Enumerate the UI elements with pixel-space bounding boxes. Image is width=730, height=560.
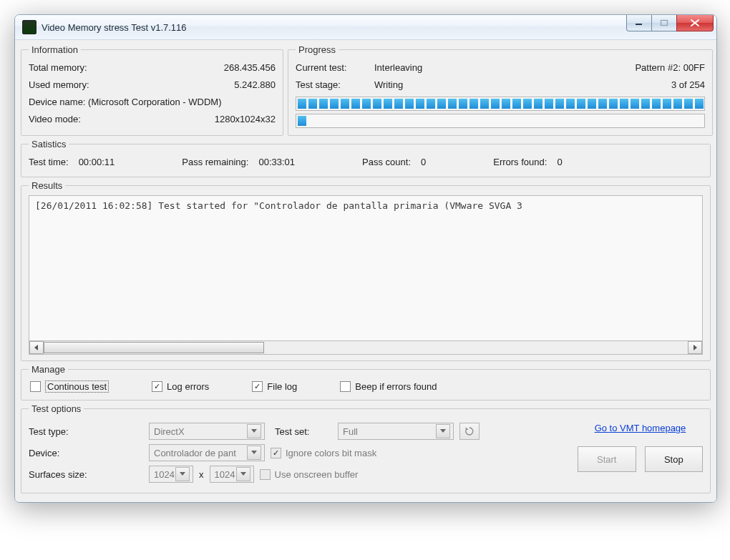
scroll-right-icon[interactable] bbox=[688, 341, 702, 354]
device-value: Controlador de pant bbox=[154, 448, 236, 458]
device-name-label: Device name: bbox=[29, 97, 85, 107]
information-legend: Information bbox=[29, 44, 81, 55]
surface-width-dropdown[interactable]: 1024 bbox=[149, 466, 193, 483]
pass-remaining-label: Pass remaining: bbox=[182, 154, 248, 171]
homepage-link[interactable]: Go to VMT homepage bbox=[595, 423, 686, 433]
chevron-down-icon bbox=[247, 424, 261, 438]
test-set-label: Test set: bbox=[275, 426, 332, 437]
minimize-button[interactable] bbox=[626, 15, 652, 31]
statistics-group: Satistics Test time:00:00:11 Pass remain… bbox=[21, 139, 711, 177]
progress-bar-secondary bbox=[296, 114, 705, 128]
used-memory-value: 5.242.880 bbox=[234, 77, 276, 94]
close-button[interactable] bbox=[676, 15, 714, 31]
title-bar[interactable]: Video Memory stress Test v1.7.116 bbox=[15, 15, 716, 40]
test-stage-value: Writing bbox=[374, 77, 496, 94]
test-stage-label: Test stage: bbox=[296, 77, 374, 94]
results-scrollbar[interactable] bbox=[29, 341, 703, 355]
used-memory-label: Used memory: bbox=[29, 77, 89, 94]
log-errors-label: Log errors bbox=[167, 381, 209, 392]
chevron-down-icon bbox=[236, 467, 250, 481]
progress-group: Progress Current test: Interleaving Patt… bbox=[288, 44, 713, 136]
device-label: Device: bbox=[29, 448, 143, 458]
pattern-value: Pattern #2: 00FF bbox=[496, 59, 705, 77]
current-test-value: Interleaving bbox=[374, 59, 496, 77]
pass-remaining-value: 00:33:01 bbox=[258, 154, 295, 171]
test-options-legend: Test options bbox=[29, 403, 84, 414]
total-memory-label: Total memory: bbox=[29, 59, 87, 77]
chevron-down-icon bbox=[175, 467, 190, 481]
ignore-mask-label: Ignore colors bit mask bbox=[286, 448, 376, 458]
scroll-left-icon[interactable] bbox=[29, 341, 44, 354]
beep-label: Beep if errors found bbox=[355, 381, 437, 392]
pass-count-label: Pass count: bbox=[362, 154, 411, 171]
device-name-value: (Microsoft Corporation - WDDM) bbox=[88, 97, 221, 107]
scroll-thumb[interactable] bbox=[44, 342, 264, 353]
stop-button[interactable]: Stop bbox=[645, 446, 704, 472]
scroll-track[interactable] bbox=[44, 342, 688, 353]
window-title: Video Memory stress Test v1.7.116 bbox=[42, 22, 187, 33]
surface-width-value: 1024 bbox=[154, 469, 175, 480]
refresh-icon bbox=[464, 426, 474, 436]
results-log[interactable]: [26/01/2011 16:02:58] Test started for "… bbox=[29, 195, 703, 341]
test-options-group: Test options Test type: DirectX Test set… bbox=[21, 403, 711, 493]
maximize-button[interactable] bbox=[651, 15, 677, 31]
beep-checkbox[interactable]: Beep if errors found bbox=[340, 381, 437, 392]
test-set-dropdown[interactable]: Full bbox=[338, 423, 454, 440]
svg-rect-0 bbox=[636, 24, 642, 25]
app-icon bbox=[22, 20, 36, 34]
file-log-checkbox[interactable]: File log bbox=[252, 381, 297, 392]
manage-legend: Manage bbox=[29, 364, 68, 375]
refresh-button[interactable] bbox=[459, 423, 480, 440]
results-group: Results [26/01/2011 16:02:58] Test start… bbox=[21, 180, 711, 361]
surface-separator: x bbox=[199, 469, 204, 480]
svg-rect-1 bbox=[661, 21, 668, 26]
test-type-dropdown[interactable]: DirectX bbox=[149, 423, 265, 440]
progress-legend: Progress bbox=[296, 44, 339, 55]
stage-count-value: 3 of 254 bbox=[496, 77, 705, 94]
log-errors-checkbox[interactable]: Log errors bbox=[152, 381, 209, 392]
test-time-label: Test time: bbox=[29, 154, 69, 171]
chevron-down-icon bbox=[436, 424, 450, 438]
onscreen-buffer-checkbox: Use onscreen buffer bbox=[260, 469, 359, 480]
main-window: Video Memory stress Test v1.7.116 Inform… bbox=[14, 14, 717, 503]
progress-bar-primary bbox=[296, 97, 705, 111]
test-type-label: Test type: bbox=[29, 426, 143, 437]
errors-found-value: 0 bbox=[557, 154, 562, 171]
test-time-value: 00:00:11 bbox=[79, 154, 115, 171]
errors-found-label: Errors found: bbox=[493, 154, 547, 171]
ignore-mask-checkbox: Ignore colors bit mask bbox=[271, 448, 376, 458]
statistics-legend: Satistics bbox=[29, 139, 69, 149]
video-mode-value: 1280x1024x32 bbox=[215, 111, 276, 128]
pass-count-value: 0 bbox=[421, 154, 426, 171]
results-legend: Results bbox=[29, 180, 65, 191]
surface-height-value: 1024 bbox=[215, 469, 235, 480]
total-memory-value: 268.435.456 bbox=[224, 59, 276, 77]
chevron-down-icon bbox=[247, 446, 261, 460]
continuous-test-checkbox[interactable]: Continous test bbox=[30, 380, 109, 393]
test-set-value: Full bbox=[343, 426, 358, 437]
current-test-label: Current test: bbox=[296, 59, 374, 77]
information-group: Information Total memory:268.435.456 Use… bbox=[21, 44, 283, 136]
surfaces-size-label: Surfaces size: bbox=[29, 469, 143, 480]
file-log-label: File log bbox=[267, 381, 297, 392]
log-line: [26/01/2011 16:02:58] Test started for "… bbox=[35, 200, 522, 211]
continuous-test-label: Continous test bbox=[45, 380, 109, 393]
surface-height-dropdown[interactable]: 1024 bbox=[210, 466, 254, 483]
video-mode-label: Video mode: bbox=[29, 111, 81, 128]
device-dropdown[interactable]: Controlador de pant bbox=[149, 444, 265, 461]
onscreen-buffer-label: Use onscreen buffer bbox=[275, 469, 359, 480]
manage-group: Manage Continous test Log errors File lo… bbox=[21, 364, 711, 401]
start-button: Start bbox=[578, 446, 636, 472]
test-type-value: DirectX bbox=[154, 426, 185, 437]
